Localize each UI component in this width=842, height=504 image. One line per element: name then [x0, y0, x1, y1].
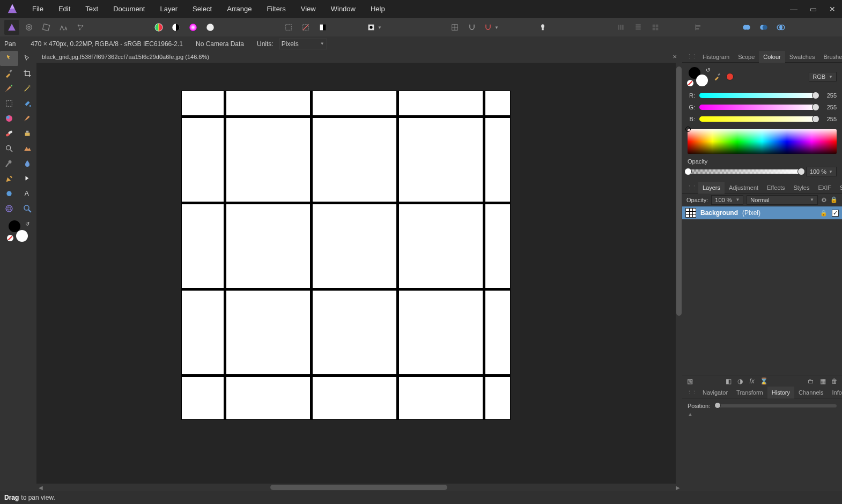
gradient-tool[interactable] — [0, 111, 18, 126]
fx-icon[interactable]: fx — [748, 377, 756, 385]
tab-colour[interactable]: Colour — [759, 51, 785, 63]
bool-subtract-button[interactable] — [756, 20, 771, 35]
mesh-tool[interactable] — [0, 201, 18, 216]
menu-arrange[interactable]: Arrange — [219, 0, 259, 18]
persona-liquify-button[interactable] — [21, 20, 36, 35]
menu-layer[interactable]: Layer — [152, 0, 185, 18]
persona-develop-button[interactable] — [39, 20, 54, 35]
mixerbrush-tool[interactable] — [18, 111, 36, 126]
colour-well-icon[interactable] — [726, 73, 734, 80]
colour-mode-dropdown[interactable]: RGB▼ — [809, 72, 837, 81]
crop-tool[interactable] — [18, 66, 36, 81]
g-value[interactable]: 255 — [821, 104, 837, 110]
selection-new-button[interactable] — [281, 20, 296, 35]
magnify-tool[interactable] — [18, 201, 36, 216]
document-tab-close-icon[interactable]: × — [673, 53, 677, 61]
erase-tool[interactable] — [0, 126, 18, 141]
group-icon[interactable]: 🗀 — [807, 377, 815, 385]
autolevels-button[interactable] — [151, 20, 166, 35]
arrange-left-button[interactable] — [614, 20, 629, 35]
pen-tool[interactable] — [0, 171, 18, 186]
layer-properties-icon[interactable]: ▧ — [685, 377, 694, 385]
floodfill-tool[interactable] — [18, 96, 36, 111]
arrange-right-button[interactable] — [648, 20, 663, 35]
text-tool[interactable]: A — [18, 186, 36, 201]
layer-opacity-dropdown[interactable]: 100 %▼ — [711, 195, 743, 205]
tab-info[interactable]: Info — [828, 387, 842, 398]
align-button[interactable] — [691, 20, 706, 35]
tab-layers[interactable]: Layers — [698, 182, 725, 194]
menu-filters[interactable]: Filters — [259, 0, 293, 18]
r-value[interactable]: 255 — [821, 92, 837, 99]
history-expand-icon[interactable]: ▲ — [688, 409, 837, 417]
tab-brushes[interactable]: Brushes — [819, 51, 842, 63]
vertical-scrollbar[interactable] — [676, 63, 682, 484]
b-slider[interactable] — [699, 116, 816, 122]
history-slider[interactable] — [714, 404, 837, 407]
tab-transform[interactable]: Transform — [732, 387, 767, 398]
horizontal-scrollbar[interactable]: ◀ ▶ — [36, 484, 682, 491]
colourpicker-tool[interactable] — [0, 66, 18, 81]
persona-tonemap-button[interactable] — [56, 20, 71, 35]
snapping-dropdown[interactable]: ▼ — [482, 20, 501, 35]
g-slider[interactable] — [699, 105, 816, 110]
delete-layer-icon[interactable]: 🗑 — [830, 377, 839, 385]
dodge-tool[interactable] — [0, 156, 18, 171]
window-close-button[interactable]: ✕ — [823, 0, 842, 18]
window-maximize-button[interactable]: ▭ — [803, 0, 823, 18]
tab-history[interactable]: History — [767, 387, 794, 398]
panel-grip-icon[interactable]: ⋮⋮ — [684, 53, 698, 60]
menu-view[interactable]: View — [293, 0, 323, 18]
colour-swatch[interactable]: ↺ — [688, 67, 709, 86]
inpaint-tool[interactable] — [18, 141, 36, 156]
tab-histogram[interactable]: Histogram — [698, 51, 734, 63]
tab-styles[interactable]: Styles — [789, 182, 814, 194]
menu-text[interactable]: Text — [78, 0, 106, 18]
zoom-tool[interactable] — [0, 141, 18, 156]
layer-visibility-checkbox[interactable]: ✓ — [832, 210, 839, 217]
marquee-tool[interactable] — [0, 96, 18, 111]
snap-grid-button[interactable] — [447, 20, 462, 35]
menu-edit[interactable]: Edit — [51, 0, 78, 18]
wand-tool[interactable] — [18, 81, 36, 96]
tab-effects[interactable]: Effects — [763, 182, 789, 194]
tab-channels[interactable]: Channels — [794, 387, 828, 398]
menu-document[interactable]: Document — [106, 0, 152, 18]
tool-colour-swatch[interactable]: ↺ — [8, 220, 29, 242]
blur-tool[interactable] — [18, 156, 36, 171]
autocolours-button[interactable] — [186, 20, 201, 35]
opacity-slider[interactable] — [688, 169, 802, 174]
tab-navigator[interactable]: Navigator — [698, 387, 732, 398]
tab-exif[interactable]: EXIF — [814, 182, 835, 194]
paintbrush-tool[interactable] — [0, 81, 18, 96]
move-tool[interactable] — [18, 51, 36, 66]
autowb-button[interactable] — [203, 20, 218, 35]
menu-help[interactable]: Help — [363, 0, 393, 18]
panel-grip-icon[interactable]: ⋮⋮ — [684, 184, 698, 191]
menu-select[interactable]: Select — [185, 0, 219, 18]
snap-button[interactable] — [464, 20, 479, 35]
viewport[interactable] — [36, 63, 676, 484]
persona-export-button[interactable] — [73, 20, 88, 35]
tab-stock[interactable]: Stock — [836, 182, 842, 194]
eyedropper-icon[interactable] — [713, 72, 722, 81]
units-dropdown[interactable]: Pixels ▼ — [279, 39, 327, 49]
adjustment-icon[interactable]: ◑ — [736, 377, 744, 385]
tab-scope[interactable]: Scope — [734, 51, 759, 63]
arrange-center-button[interactable] — [631, 20, 646, 35]
shape-tool[interactable] — [0, 186, 18, 201]
bool-add-button[interactable] — [739, 20, 754, 35]
blend-mode-dropdown[interactable]: Normal▼ — [747, 195, 818, 205]
mask-icon[interactable]: ◧ — [724, 377, 733, 385]
persona-photo-button[interactable] — [4, 20, 19, 35]
b-value[interactable]: 255 — [821, 116, 837, 122]
r-slider[interactable] — [699, 93, 816, 98]
autocontrast-button[interactable] — [168, 20, 183, 35]
menu-file[interactable]: File — [25, 0, 51, 18]
live-filter-icon[interactable]: ⌛ — [759, 377, 768, 385]
clone-tool[interactable] — [18, 126, 36, 141]
panel-grip-icon[interactable]: ⋮⋮ — [684, 389, 698, 396]
add-layer-icon[interactable]: ▦ — [818, 377, 827, 385]
window-minimize-button[interactable]: — — [784, 0, 803, 18]
bool-intersect-button[interactable] — [773, 20, 788, 35]
